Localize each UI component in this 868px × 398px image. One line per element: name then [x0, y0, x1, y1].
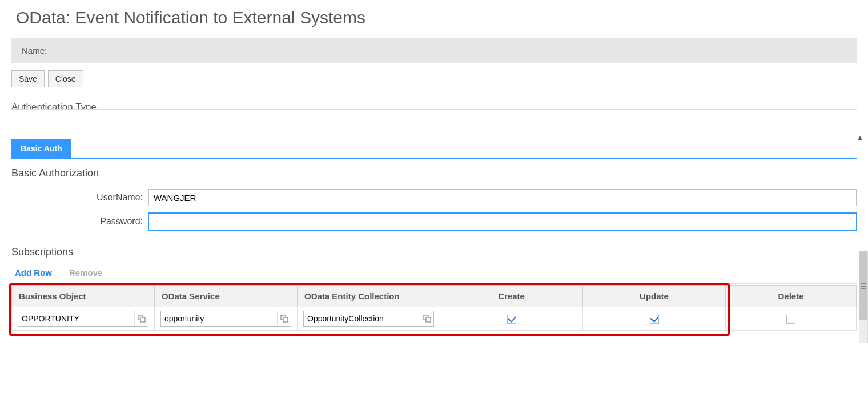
add-row-button[interactable]: Add Row [15, 268, 52, 278]
odata-service-input[interactable] [161, 313, 277, 324]
name-bar: Name: [11, 38, 857, 63]
username-label: UserName: [11, 192, 148, 203]
value-help-icon[interactable] [134, 311, 148, 326]
name-label: Name: [22, 46, 47, 55]
auth-tabstrip: Basic Auth [11, 139, 857, 159]
subscriptions-table: Business Object OData Service OData Enti… [11, 285, 857, 331]
action-bar: Save Close [11, 70, 857, 87]
svg-rect-1 [140, 317, 145, 322]
tab-basic-auth[interactable]: Basic Auth [11, 139, 71, 158]
page-title: OData: Event Notification to External Sy… [16, 8, 857, 27]
save-button[interactable]: Save [11, 70, 45, 87]
scroll-up-icon[interactable]: ▲ [857, 134, 863, 142]
truncated-section-heading: Authentication Type [11, 102, 857, 110]
update-checkbox[interactable] [650, 315, 659, 324]
scrollbar[interactable] [859, 251, 868, 343]
remove-button[interactable]: Remove [69, 268, 102, 278]
close-button[interactable]: Close [48, 70, 83, 87]
col-odata-entity-collection[interactable]: OData Entity Collection [298, 286, 440, 307]
entity-collection-cell [303, 311, 434, 327]
business-object-cell [18, 311, 148, 327]
svg-rect-5 [426, 317, 431, 322]
delete-checkbox[interactable] [786, 315, 795, 324]
truncated-section-label: Authentication Type [11, 102, 97, 110]
col-business-object[interactable]: Business Object [12, 286, 155, 307]
svg-rect-3 [283, 317, 288, 322]
col-odata-service[interactable]: OData Service [155, 286, 298, 307]
business-object-input[interactable] [18, 313, 134, 324]
create-checkbox[interactable] [507, 315, 516, 324]
username-field[interactable] [148, 189, 857, 206]
value-help-icon[interactable] [277, 311, 291, 326]
subscriptions-title: Subscriptions [11, 246, 857, 262]
entity-collection-input[interactable] [304, 313, 420, 324]
password-label: Password: [11, 216, 148, 227]
value-help-icon[interactable] [420, 311, 433, 326]
scrollbar-thumb[interactable] [859, 251, 867, 320]
col-create[interactable]: Create [440, 286, 583, 307]
divider [11, 98, 857, 98]
subscriptions-toolbar: Add Row Remove [11, 262, 857, 284]
table-row[interactable] [12, 307, 857, 331]
password-field[interactable] [148, 213, 857, 230]
col-update[interactable]: Update [583, 286, 726, 307]
odata-service-cell [160, 311, 291, 327]
col-delete[interactable]: Delete [726, 286, 857, 307]
basic-auth-section-title: Basic Authorization [11, 167, 857, 182]
